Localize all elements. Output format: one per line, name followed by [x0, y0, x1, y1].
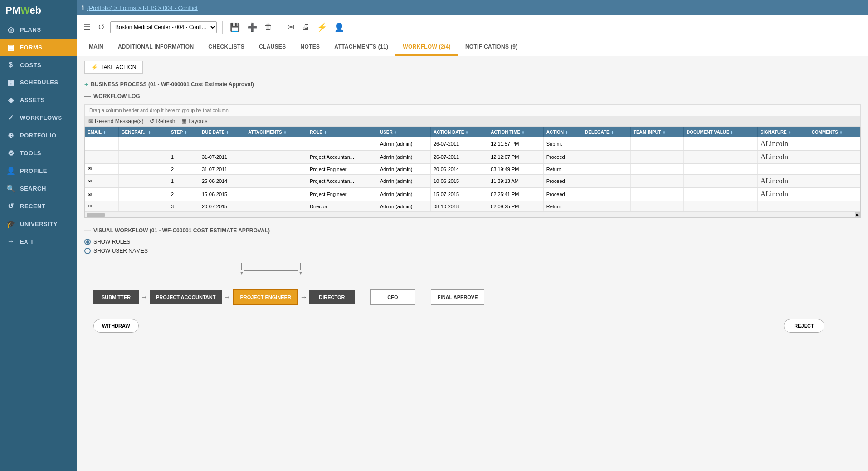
- col-header-delegate[interactable]: DELEGATE ⬍: [582, 127, 631, 137]
- sidebar-item-plans[interactable]: ◎PLANS: [0, 21, 77, 39]
- cell-email: ✉: [85, 164, 118, 175]
- cell-generated: [118, 151, 168, 164]
- col-header-user[interactable]: USER ⬍: [377, 127, 430, 137]
- sidebar-item-exit[interactable]: →EXIT: [0, 233, 77, 250]
- scroll-right-button[interactable]: ▶: [855, 212, 860, 218]
- cell-team_input: [630, 137, 683, 151]
- project-accountant-node: PROJECT ACCOUNTANT: [150, 290, 222, 304]
- lightning-button[interactable]: ⚡: [315, 21, 329, 33]
- tab-main[interactable]: MAIN: [82, 39, 111, 56]
- sort-icon: ⬍: [184, 131, 187, 135]
- tab-notifications[interactable]: NOTIFICATIONS (9): [458, 39, 525, 56]
- sort-icon: ⬍: [663, 131, 666, 135]
- sidebar-label-costs: COSTS: [20, 62, 41, 69]
- cell-user: Admin (admin): [377, 201, 430, 212]
- sidebar-icon-portfolio: ⊕: [6, 131, 15, 140]
- add-button[interactable]: ➕: [245, 21, 259, 33]
- col-header-due_date[interactable]: DUE DATE ⬍: [199, 127, 245, 137]
- project-engineer-node: PROJECT ENGINEER: [233, 289, 298, 305]
- col-header-signature[interactable]: SIGNATURE ⬍: [757, 127, 809, 137]
- sidebar-item-portfolio[interactable]: ⊕PORTFOLIO: [0, 127, 77, 144]
- visual-collapse-icon[interactable]: —: [84, 227, 91, 234]
- print-button[interactable]: 🖨: [300, 21, 312, 33]
- signature-text: ALincoln: [761, 140, 788, 147]
- cell-document_value: [683, 137, 757, 151]
- tab-checklists[interactable]: CHECKLISTS: [201, 39, 252, 56]
- final-approve-node: FINAL APPROVE: [431, 289, 485, 305]
- cell-attachments: [245, 201, 307, 212]
- undo-icon[interactable]: ↺: [96, 21, 107, 33]
- tab-additional[interactable]: ADDITIONAL INFORMATION: [111, 39, 201, 56]
- delete-button[interactable]: 🗑: [263, 21, 274, 33]
- sidebar-icon-plans: ◎: [6, 25, 15, 34]
- scrollbar-thumb[interactable]: [87, 213, 105, 217]
- sidebar-item-workflows[interactable]: ✓WORKFLOWS: [0, 109, 77, 127]
- col-header-attachments[interactable]: ATTACHMENTS ⬍: [245, 127, 307, 137]
- col-header-action_date[interactable]: ACTION DATE ⬍: [430, 127, 488, 137]
- tab-workflow[interactable]: WORKFLOW (2/4): [395, 39, 458, 56]
- table-row: ✉231-07-2011Project EngineerAdmin (admin…: [85, 164, 860, 175]
- take-action-button[interactable]: ⚡ TAKE ACTION: [84, 61, 143, 74]
- visual-workflow-section: — VISUAL WORKFLOW (01 - WF-C00001 COST E…: [84, 227, 861, 342]
- toolbar: ☰ ↺ Boston Medical Center - 004 - Confl.…: [77, 15, 868, 39]
- sidebar-item-recent[interactable]: ↺RECENT: [0, 197, 77, 215]
- sidebar-label-university: UNIVERSITY: [20, 221, 58, 227]
- cell-signature: ALincoln: [757, 175, 809, 188]
- show-roles-radio[interactable]: SHOW ROLES: [84, 239, 861, 245]
- cell-team_input: [630, 188, 683, 201]
- sidebar-label-assets: ASSETS: [20, 97, 45, 103]
- sidebar-icon-forms: ▣: [6, 43, 15, 52]
- sort-icon: ⬍: [324, 131, 327, 135]
- cell-due_date: 20-07-2015: [199, 201, 245, 212]
- col-header-comments[interactable]: COMMENTS ⬍: [809, 127, 860, 137]
- email-button[interactable]: ✉: [286, 21, 296, 33]
- workflow-log-table-container: EMAIL ⬍GENERAT... ⬍STEP ⬍DUE DATE ⬍ATTAC…: [84, 127, 861, 218]
- col-header-action[interactable]: ACTION ⬍: [543, 127, 582, 137]
- sidebar-item-forms[interactable]: ▣FORMS: [0, 39, 77, 56]
- drag-hint: Drag a column header and drop it here to…: [84, 104, 861, 116]
- tab-notes[interactable]: NOTES: [293, 39, 327, 56]
- sidebar: PMWeb ◎PLANS▣FORMS$COSTS▦SCHEDULES◈ASSET…: [0, 0, 77, 471]
- col-header-team_input[interactable]: TEAM INPUT ⬍: [630, 127, 683, 137]
- workflow-log-header: — WORKFLOW LOG: [84, 93, 861, 100]
- sidebar-item-university[interactable]: 🎓UNIVERSITY: [0, 215, 77, 233]
- save-button[interactable]: 💾: [228, 21, 242, 33]
- horizontal-scrollbar[interactable]: ▶: [85, 212, 860, 217]
- breadcrumb: (Portfolio) > Forms > RFIS > 004 - Confl…: [87, 5, 198, 11]
- collapse-icon[interactable]: —: [84, 93, 91, 100]
- resend-messages-button[interactable]: ✉ Resend Message(s): [88, 118, 143, 124]
- layouts-button[interactable]: ▦ Layouts: [181, 118, 207, 124]
- col-header-document_value[interactable]: DOCUMENT VALUE ⬍: [683, 127, 757, 137]
- cell-generated: [118, 188, 168, 201]
- col-header-generated[interactable]: GENERAT... ⬍: [118, 127, 168, 137]
- cell-delegate: [582, 151, 631, 164]
- sidebar-item-costs[interactable]: $COSTS: [0, 56, 77, 74]
- sidebar-item-schedules[interactable]: ▦SCHEDULES: [0, 74, 77, 91]
- cell-action: Return: [543, 201, 582, 212]
- col-header-role[interactable]: ROLE ⬍: [307, 127, 377, 137]
- layouts-icon: ▦: [181, 118, 186, 124]
- show-user-names-radio[interactable]: SHOW USER NAMES: [84, 248, 861, 254]
- user-button[interactable]: 👤: [332, 21, 346, 33]
- col-header-step[interactable]: STEP ⬍: [168, 127, 199, 137]
- cell-action: Proceed: [543, 151, 582, 164]
- col-header-action_time[interactable]: ACTION TIME ⬍: [488, 127, 544, 137]
- sidebar-item-profile[interactable]: 👤PROFILE: [0, 162, 77, 180]
- cell-document_value: [683, 175, 757, 188]
- col-header-email[interactable]: EMAIL ⬍: [85, 127, 118, 137]
- sort-icon: ⬍: [565, 131, 568, 135]
- tab-clauses[interactable]: CLAUSES: [252, 39, 293, 56]
- sidebar-item-search[interactable]: 🔍SEARCH: [0, 180, 77, 197]
- tab-attachments[interactable]: ATTACHMENTS (11): [327, 39, 395, 56]
- expand-icon[interactable]: +: [84, 81, 88, 88]
- menu-icon[interactable]: ☰: [82, 21, 93, 33]
- cell-email: [85, 151, 118, 164]
- cell-comments: [809, 175, 860, 188]
- document-select[interactable]: Boston Medical Center - 004 - Confl...: [110, 21, 217, 33]
- cell-document_value: [683, 151, 757, 164]
- portfolio-link[interactable]: (Portfolio) > Forms > RFIS > 004 - Confl…: [87, 5, 198, 11]
- sidebar-item-assets[interactable]: ◈ASSETS: [0, 91, 77, 109]
- sidebar-item-tools[interactable]: ⚙TOOLS: [0, 144, 77, 162]
- refresh-button[interactable]: ↺ Refresh: [150, 118, 175, 124]
- cell-generated: [118, 175, 168, 188]
